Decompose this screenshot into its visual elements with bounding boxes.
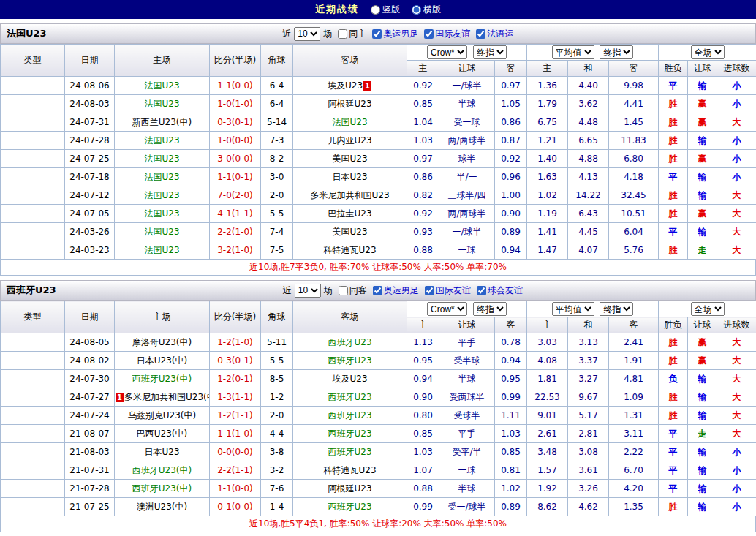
match-row: 奥运男足21-07-31西班牙U23(中)2-2(1-1)3-2科特迪瓦U231… <box>1 461 756 480</box>
avg-home-odds-cell: 3.48 <box>527 443 568 461</box>
match-date-cell: 24-03-23 <box>65 241 115 260</box>
fulltime-scope-select[interactable]: 全场 <box>691 45 725 59</box>
match-date-cell: 24-07-27 <box>65 388 115 407</box>
average-stage-select[interactable]: 终指 <box>600 45 633 59</box>
match-row: 奥运男足24-07-28法国U231-0(0-0)7-3几内亚U231.03两/… <box>1 132 756 150</box>
competition-filter-2[interactable]: 国际友谊 <box>421 28 470 40</box>
match-date-cell: 24-08-05 <box>65 333 115 352</box>
average-stage-select[interactable]: 终指 <box>600 302 633 316</box>
competition-checkbox-2[interactable] <box>425 286 434 295</box>
avg-away-odds-cell: 32.45 <box>609 186 659 205</box>
competition-label-1: 奥运男足 <box>384 284 419 297</box>
goals-result-cell: 大 <box>717 223 756 241</box>
team-name: 新西兰U23(中) <box>132 117 192 127</box>
competition-filter-3[interactable]: 球会友谊 <box>474 284 523 297</box>
match-date-cell: 24-08-02 <box>65 352 115 370</box>
team-name: 埃及U23 <box>328 80 363 91</box>
avg-away-odds-cell: 1.91 <box>609 352 659 370</box>
col-avg-draw: 和 <box>568 317 609 333</box>
horizontal-layout-option[interactable]: 横版 <box>412 4 441 16</box>
goals-result-cell: 小 <box>717 168 756 186</box>
handicap-home-odds-cell: 1.04 <box>407 113 439 132</box>
match-result-cell: 平 <box>659 443 688 461</box>
competition-checkbox-2[interactable] <box>424 29 434 39</box>
odds-provider-select[interactable]: Crow* <box>427 45 467 59</box>
score-cell: 1-1(0-0) <box>210 77 261 95</box>
match-result-cell: 胜 <box>659 333 688 352</box>
competition-label-3: 球会友谊 <box>488 284 523 297</box>
away-team-cell: 多米尼加共和国U23 <box>293 186 407 205</box>
competition-checkbox-3[interactable] <box>477 286 486 295</box>
team-name: 西班牙U23 <box>328 355 371 366</box>
competition-filter-1[interactable]: 奥运男足 <box>370 284 419 297</box>
odds-stage-select[interactable]: 终指 <box>473 45 507 59</box>
odds-provider-select[interactable]: Crow* <box>427 302 467 316</box>
games-label: 场 <box>323 28 332 40</box>
competition-filter-2[interactable]: 国际友谊 <box>422 284 471 297</box>
table-header: 类型 日期 主场 比分(半场) 角球 客场 Crow* 终指 平均值 终指 <box>1 301 756 333</box>
competition-checkbox-1[interactable] <box>373 286 382 295</box>
team-name: 法国U23 <box>144 208 179 219</box>
match-result-cell: 平 <box>659 480 688 498</box>
table-header: 类型 日期 主场 比分(半场) 角球 客场 Crow* 终指 平均值 终指 <box>1 45 756 77</box>
match-type-cell: 奥运男足 <box>1 333 65 352</box>
match-type-cell: 国际友谊 <box>1 186 65 205</box>
handicap-away-odds-cell: 0.92 <box>495 150 527 168</box>
handicap-home-odds-cell: 0.92 <box>407 77 439 95</box>
match-count-select[interactable]: 10 <box>295 284 321 298</box>
vertical-layout-radio[interactable] <box>371 5 380 15</box>
fulltime-scope-select[interactable]: 全场 <box>691 302 725 316</box>
match-type-cell: 奥运男足 <box>1 480 65 498</box>
competition-filter-1[interactable]: 奥运男足 <box>369 28 418 40</box>
match-date-cell: 21-07-28 <box>65 480 115 498</box>
col-corner: 角球 <box>261 301 293 333</box>
match-result-cell: 平 <box>659 223 688 241</box>
team-name: 法国U23 <box>144 80 179 91</box>
average-odds-select[interactable]: 平均值 <box>552 302 594 316</box>
horizontal-layout-radio[interactable] <box>412 5 421 15</box>
corner-cell: 5-5 <box>261 352 293 370</box>
match-row: 奥运男足21-08-07巴西U23(中)1-1(1-0)4-4西班牙U230.8… <box>1 425 756 443</box>
same-venue-checkbox[interactable] <box>338 29 347 39</box>
team-name: 西班牙U23 <box>328 392 371 402</box>
handicap-line-cell: 半球 <box>439 480 495 498</box>
match-count-select[interactable]: 10 <box>294 27 320 41</box>
team-name: 西班牙U23(中) <box>132 374 192 384</box>
match-date-cell: 24-07-18 <box>65 168 115 186</box>
match-type-cell: 国际友谊 <box>1 223 65 241</box>
avg-away-odds-cell: 6.80 <box>609 150 659 168</box>
section-header-bar: 法国U23 近 10 场 同主 奥运男足 国际友谊 <box>0 23 756 44</box>
average-odds-select[interactable]: 平均值 <box>552 45 594 59</box>
match-date-cell: 24-07-25 <box>65 150 115 168</box>
avg-draw-odds-cell: 4.07 <box>568 241 609 260</box>
same-venue-filter[interactable]: 同主 <box>335 28 366 40</box>
section-header-bar: 西班牙U23 近 10 场 同客 奥运男足 国际友谊 <box>0 280 756 301</box>
odds-stage-select[interactable]: 终指 <box>473 302 507 316</box>
match-result-cell: 平 <box>659 77 688 95</box>
same-venue-filter[interactable]: 同客 <box>336 284 367 297</box>
handicap-home-odds-cell: 0.88 <box>407 241 439 260</box>
handicap-result-cell: 赢 <box>688 113 717 132</box>
same-venue-checkbox[interactable] <box>339 286 348 295</box>
home-team-cell: 澳洲U23(中) <box>115 498 210 516</box>
avg-home-odds-cell: 1.36 <box>527 77 568 95</box>
match-type-cell: 奥运男足 <box>1 113 65 132</box>
home-team-cell: 法国U23 <box>115 241 210 260</box>
near-label: 近 <box>283 284 292 297</box>
avg-home-odds-cell: 9.01 <box>527 407 568 425</box>
competition-checkbox-1[interactable] <box>372 29 382 39</box>
handicap-line-cell: 受一球 <box>439 113 495 132</box>
competition-filter-3[interactable]: 法语运 <box>473 28 513 40</box>
away-team-cell: 科特迪瓦U23 <box>293 241 407 260</box>
results-body: 奥运男足24-08-05摩洛哥U23(中)1-2(1-0)5-11西班牙U231… <box>1 333 756 516</box>
avg-draw-odds-cell: 3.27 <box>568 370 609 388</box>
competition-checkbox-3[interactable] <box>476 29 485 39</box>
col-home: 主场 <box>115 301 210 333</box>
avg-draw-odds-cell: 4.48 <box>568 113 609 132</box>
handicap-line-cell: 一球 <box>439 241 495 260</box>
col-score: 比分(半场) <box>210 45 261 77</box>
vertical-layout-option[interactable]: 竖版 <box>371 4 400 16</box>
home-team-cell: 法国U23 <box>115 132 210 150</box>
filter-controls: 近 10 场 同客 奥运男足 国际友谊 球会友谊 <box>283 284 523 298</box>
score-cell: 1-1(0-1) <box>210 168 261 186</box>
